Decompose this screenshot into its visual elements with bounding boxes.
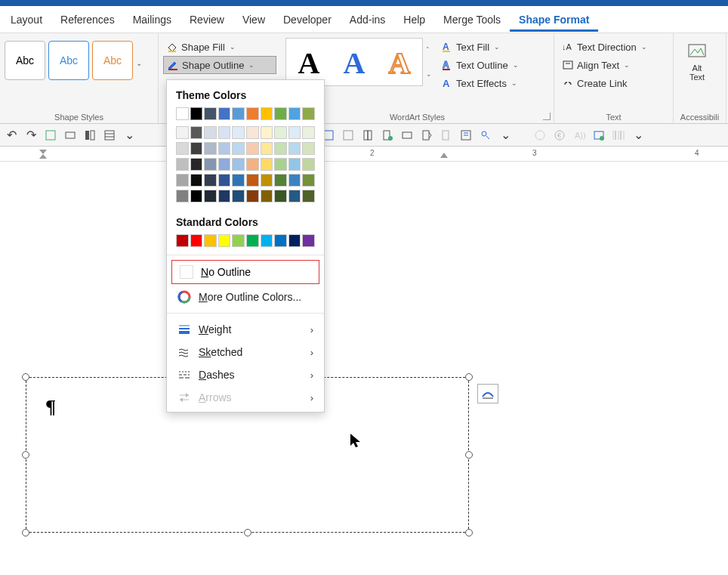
qat-icon-b4[interactable] bbox=[381, 128, 394, 142]
color-swatch[interactable] bbox=[232, 158, 245, 171]
color-swatch[interactable] bbox=[204, 107, 217, 120]
qat-dropdown[interactable]: ⌄ bbox=[122, 128, 136, 142]
create-link-button[interactable]: Create Link bbox=[559, 74, 668, 92]
text-effects-button[interactable]: A Text Effects⌄ bbox=[438, 74, 522, 92]
color-swatch[interactable] bbox=[246, 174, 259, 187]
color-swatch[interactable] bbox=[302, 158, 315, 171]
qat-icon-b9[interactable] bbox=[479, 128, 492, 142]
color-swatch[interactable] bbox=[176, 107, 189, 120]
shape-styles-gallery-expand[interactable]: ⌄ bbox=[136, 59, 142, 67]
color-swatch[interactable] bbox=[190, 107, 203, 120]
color-swatch[interactable] bbox=[274, 107, 287, 120]
redo-icon[interactable]: ↷ bbox=[24, 128, 38, 142]
color-swatch[interactable] bbox=[204, 126, 217, 139]
color-swatch[interactable] bbox=[232, 190, 245, 202]
qat-icon-b5[interactable] bbox=[400, 128, 414, 142]
color-swatch[interactable] bbox=[176, 142, 189, 155]
color-swatch[interactable] bbox=[302, 234, 315, 247]
color-swatch[interactable] bbox=[246, 234, 259, 247]
wordart-style-1[interactable]: A bbox=[291, 43, 327, 82]
color-swatch[interactable] bbox=[261, 234, 273, 247]
color-swatch[interactable] bbox=[204, 234, 217, 247]
qat-icon-b7[interactable] bbox=[440, 128, 453, 142]
more-outline-colors-item[interactable]: More Outline Colors... bbox=[167, 286, 324, 308]
indent-marker-left[interactable] bbox=[38, 148, 48, 160]
color-swatch[interactable] bbox=[288, 234, 301, 247]
wordart-style-3[interactable]: A bbox=[381, 43, 418, 82]
color-swatch[interactable] bbox=[190, 174, 203, 187]
text-fill-button[interactable]: A Text Fill⌄ bbox=[438, 38, 522, 56]
qat-icon-3[interactable] bbox=[44, 128, 57, 142]
color-swatch[interactable] bbox=[190, 142, 203, 155]
wordart-up[interactable]: ˄ bbox=[426, 46, 432, 54]
color-swatch[interactable] bbox=[274, 174, 287, 187]
tab-addins[interactable]: Add-ins bbox=[341, 8, 394, 32]
qat-icon-4[interactable] bbox=[63, 128, 77, 142]
text-outline-button[interactable]: A Text Outline⌄ bbox=[438, 56, 522, 74]
color-swatch[interactable] bbox=[204, 190, 217, 202]
resize-handle-ne[interactable] bbox=[465, 373, 473, 381]
tab-shape-format[interactable]: Shape Format bbox=[510, 8, 598, 32]
qat-icon-c1[interactable] bbox=[533, 128, 547, 142]
qat-icon-c4[interactable] bbox=[592, 128, 606, 142]
color-swatch[interactable] bbox=[218, 126, 231, 139]
color-swatch[interactable] bbox=[302, 107, 315, 120]
color-swatch[interactable] bbox=[288, 142, 301, 155]
qat-icon-5[interactable] bbox=[83, 128, 97, 142]
tab-merge-tools[interactable]: Merge Tools bbox=[434, 8, 510, 32]
color-swatch[interactable] bbox=[246, 190, 259, 202]
color-swatch[interactable] bbox=[288, 190, 301, 202]
tab-review[interactable]: Review bbox=[180, 8, 233, 32]
color-swatch[interactable] bbox=[274, 234, 287, 247]
color-swatch[interactable] bbox=[218, 234, 231, 247]
color-swatch[interactable] bbox=[288, 158, 301, 171]
weight-item[interactable]: Weight › bbox=[167, 318, 324, 341]
color-swatch[interactable] bbox=[261, 107, 273, 120]
color-swatch[interactable] bbox=[274, 142, 287, 155]
color-swatch[interactable] bbox=[232, 174, 245, 187]
color-swatch[interactable] bbox=[274, 126, 287, 139]
color-swatch[interactable] bbox=[218, 190, 231, 202]
shape-style-1[interactable]: Abc bbox=[5, 41, 45, 80]
qat-dd2[interactable]: ⌄ bbox=[498, 128, 512, 142]
qat-icon-b8[interactable] bbox=[459, 128, 473, 142]
color-swatch[interactable] bbox=[176, 190, 189, 202]
tab-view[interactable]: View bbox=[233, 8, 274, 32]
color-swatch[interactable] bbox=[176, 174, 189, 187]
resize-handle-sw[interactable] bbox=[22, 529, 29, 536]
color-swatch[interactable] bbox=[204, 174, 217, 187]
color-swatch[interactable] bbox=[232, 234, 245, 247]
qat-icon-c2[interactable]: € bbox=[553, 128, 566, 142]
color-swatch[interactable] bbox=[204, 158, 217, 171]
resize-handle-s[interactable] bbox=[244, 529, 251, 536]
shape-style-2[interactable]: Abc bbox=[48, 41, 89, 80]
document-canvas[interactable]: ¶ bbox=[0, 162, 728, 575]
tab-layout[interactable]: Layout bbox=[2, 8, 51, 32]
color-swatch[interactable] bbox=[176, 158, 189, 171]
color-swatch[interactable] bbox=[246, 107, 259, 120]
resize-handle-w[interactable] bbox=[22, 451, 29, 459]
wordart-down[interactable]: ⌄ bbox=[426, 70, 432, 78]
color-swatch[interactable] bbox=[288, 174, 301, 187]
color-swatch[interactable] bbox=[302, 142, 315, 155]
color-swatch[interactable] bbox=[302, 126, 315, 139]
color-swatch[interactable] bbox=[190, 158, 203, 171]
indent-marker-right[interactable] bbox=[440, 148, 449, 159]
color-swatch[interactable] bbox=[246, 158, 259, 171]
color-swatch[interactable] bbox=[261, 142, 273, 155]
color-swatch[interactable] bbox=[302, 190, 315, 202]
color-swatch[interactable] bbox=[176, 126, 189, 139]
qat-icon-c3[interactable]: A)) bbox=[572, 128, 586, 142]
color-swatch[interactable] bbox=[302, 174, 315, 187]
color-swatch[interactable] bbox=[190, 126, 203, 139]
color-swatch[interactable] bbox=[190, 190, 203, 202]
color-swatch[interactable] bbox=[288, 126, 301, 139]
shape-outline-button[interactable]: Shape Outline⌄ bbox=[163, 56, 276, 74]
color-swatch[interactable] bbox=[274, 158, 287, 171]
sketched-item[interactable]: Sketched › bbox=[167, 341, 324, 363]
wordart-dialog-launcher[interactable] bbox=[543, 113, 551, 120]
qat-dd3[interactable]: ⌄ bbox=[631, 128, 645, 142]
resize-handle-nw[interactable] bbox=[22, 373, 29, 381]
qat-icon-b3[interactable] bbox=[361, 128, 375, 142]
color-swatch[interactable] bbox=[261, 174, 273, 187]
